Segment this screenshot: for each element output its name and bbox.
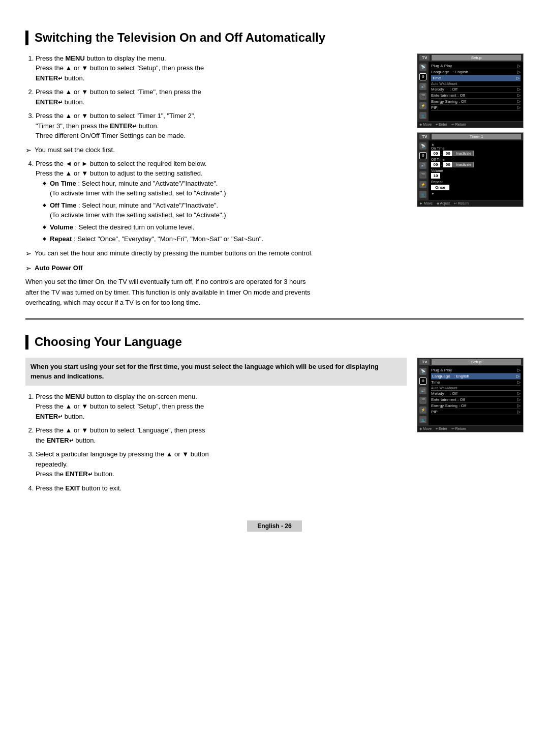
menu-item-language: Language : English▷: [431, 69, 521, 75]
auto-power-text: When you set the timer On, the TV will e…: [25, 277, 407, 308]
section2-title: Choosing Your Language: [25, 335, 524, 350]
repeat-row: Once: [431, 184, 521, 190]
setup-screen-2-header: TV Setup: [417, 358, 523, 366]
menu2-item-time: Time▷: [431, 380, 521, 386]
footer-return-timer: ↩ Return: [454, 201, 469, 206]
section2-text: When you start using your set for the fi…: [25, 358, 407, 498]
timer-screen: TV Timer 1 📡 ⚙ 🔊 🎬 ⚡ 📺 ▲ On Time 00: [417, 132, 524, 207]
timer-menu-body: ▲ On Time 00 : 00 Inactivate Off Time 00…: [429, 140, 523, 200]
on-time-label: On Time: [431, 147, 521, 150]
section1-ui-column: TV Setup 📡 ⚙ 🔊 🎬 ⚡ 📺 Plug & Play▷: [417, 53, 524, 308]
lang-step-1: Press the MENU button to display the on-…: [36, 392, 407, 422]
timer-sidebar-icon-6: 📺: [419, 191, 426, 198]
off-time-min: 00: [443, 162, 452, 167]
footer-adjust-timer: ◈ Adjust: [437, 201, 450, 206]
off-time-btn: Inactivate: [453, 162, 474, 167]
section1-title: Switching the Television On and Off Auto…: [25, 31, 524, 45]
sidebar-icon-1: 📡: [419, 64, 426, 71]
menu2-item-plug: Plug & Play▷: [431, 367, 521, 373]
footer-move-timer: ► Move: [419, 201, 433, 206]
footer-enter-2: ↵Enter: [436, 427, 447, 431]
footer-return-2: ↩ Return: [451, 427, 466, 431]
menu-item-energy: Energy Saving : Off▷: [431, 99, 521, 105]
bullet-off-time: Off Time : Select hour, minute and "Acti…: [44, 200, 407, 220]
off-time-colon: :: [441, 162, 442, 167]
setup-screen-1-footer: ◈ Move ↵Enter ↩ Return: [417, 121, 523, 128]
lang-step-4: Press the EXIT button to exit.: [36, 483, 407, 493]
section2-steps: Press the MENU button to display the on-…: [25, 392, 407, 493]
sidebar2-icon-1: 📡: [419, 368, 426, 375]
step-4: Press the ◄ or ► button to select the re…: [36, 159, 407, 244]
sidebar2-icon-6: 📺: [419, 416, 426, 423]
on-time-colon: :: [441, 151, 442, 156]
note-clock-text: You must set the clock first.: [35, 145, 115, 155]
timer-title: Timer 1: [432, 134, 521, 139]
page-footer: English - 26: [25, 517, 524, 535]
footer-move-1: ◈ Move: [419, 123, 432, 127]
note-clock: You must set the clock first.: [25, 145, 407, 156]
on-time-row: 00 : 00 Inactivate: [431, 151, 521, 156]
lang-intro: When you start using your set for the fi…: [25, 358, 407, 386]
section1-content: Press the MENU button to display the men…: [25, 53, 524, 308]
section2-content: When you start using your set for the fi…: [25, 358, 524, 498]
menu-item-melody: Melody : Off▷: [431, 86, 521, 93]
menu-item-wallmount: Auto Wall-Mount: [431, 81, 521, 86]
sidebar2-icon-5: ⚡: [419, 406, 426, 414]
menu2-item-language: Language : English▷: [431, 373, 521, 380]
bullet-volume: Volume : Select the desired turn on volu…: [44, 222, 407, 232]
footer-move-2: ◈ Move: [419, 427, 432, 431]
step-1: Press the MENU button to display the men…: [36, 53, 407, 83]
menu2-item-melody: Melody : Off▷: [431, 391, 521, 397]
setup-screen-1: TV Setup 📡 ⚙ 🔊 🎬 ⚡ 📺 Plug & Play▷: [417, 53, 524, 128]
menu-item-time: Time▷: [431, 75, 521, 81]
timer-screen-footer: ► Move ◈ Adjust ↩ Return: [417, 200, 523, 207]
sidebar-icon-4: 🎬: [419, 93, 426, 100]
bullet-list: On Time : Select hour, minute and "Activ…: [36, 179, 407, 244]
sidebar-icon-3: 🔊: [419, 83, 426, 90]
step4-list: Press the ◄ or ► button to select the re…: [25, 159, 407, 244]
lang-step-2: Press the ▲ or ▼ button to select "Langu…: [36, 425, 407, 445]
setup-title-1: Setup: [432, 55, 521, 61]
auto-power-title: Auto Power Off: [35, 263, 83, 273]
timer-sidebar-icon-2: ⚙: [419, 152, 426, 159]
tv-label-1: TV: [419, 55, 430, 61]
tv-label-timer: TV: [419, 134, 430, 139]
bullet-on-time: On Time : Select hour, minute and "Activ…: [44, 179, 407, 198]
note-number-buttons-text: You can set the hour and minute directly…: [35, 248, 313, 258]
sidebar2-icon-3: 🔊: [419, 387, 426, 394]
menu-item-pip: PIP▷: [431, 105, 521, 111]
timer-screen-body: 📡 ⚙ 🔊 🎬 ⚡ 📺 ▲ On Time 00 : 00 Inactivate: [417, 140, 523, 200]
auto-power-title-row: Auto Power Off: [25, 263, 407, 274]
tv-sidebar-1: 📡 ⚙ 🔊 🎬 ⚡ 📺: [417, 62, 429, 121]
sidebar-icon-6: 📺: [419, 112, 426, 119]
page-number: English - 26: [247, 520, 301, 532]
section1-text: Press the MENU button to display the men…: [25, 53, 407, 308]
menu2-item-energy: Energy Saving : Off▷: [431, 403, 521, 409]
auto-power-section: Auto Power Off When you set the timer On…: [25, 263, 407, 308]
setup-screen-2-footer: ◈ Move ↵Enter ↩ Return: [417, 425, 523, 432]
section1-steps: Press the MENU button to display the men…: [25, 53, 407, 141]
volume-value: 10: [431, 173, 440, 179]
timer-sidebar-icon-1: 📡: [419, 142, 426, 150]
repeat-value: Once: [431, 185, 449, 190]
volume-row: 10: [431, 173, 521, 179]
sidebar-icon-5: ⚡: [419, 102, 426, 109]
timer-sidebar-icon-5: ⚡: [419, 181, 426, 188]
sidebar-icon-2: ⚙: [419, 73, 426, 80]
on-time-hour: 00: [431, 151, 440, 156]
step-2: Press the ▲ or ▼ button to select "Time"…: [36, 87, 407, 107]
menu2-item-pip: PIP▷: [431, 409, 521, 415]
setup-screen-1-body: 📡 ⚙ 🔊 🎬 ⚡ 📺 Plug & Play▷ Language : Engl…: [417, 62, 523, 121]
sidebar2-icon-2: ⚙: [419, 377, 426, 385]
menu-item-entertainment: Entertainment : Off▷: [431, 93, 521, 99]
section2-ui-column: TV Setup 📡 ⚙ 🔊 🎬 ⚡ 📺 Plug & Play▷: [417, 358, 524, 498]
lang-step-3: Select a particular language by pressing…: [36, 449, 407, 479]
on-time-min: 00: [443, 151, 452, 156]
step-3: Press the ▲ or ▼ button to select "Timer…: [36, 111, 407, 141]
timer-sidebar-icon-4: 🎬: [419, 171, 426, 179]
off-time-row: 00 : 00 Inactivate: [431, 162, 521, 167]
menu2-item-entertainment: Entertainment : Off▷: [431, 397, 521, 403]
timer-screen-header: TV Timer 1: [417, 133, 523, 140]
note-number-buttons: You can set the hour and minute directly…: [25, 248, 407, 259]
setup-menu-1: Plug & Play▷ Language : English▷ Time▷ A…: [429, 62, 523, 121]
